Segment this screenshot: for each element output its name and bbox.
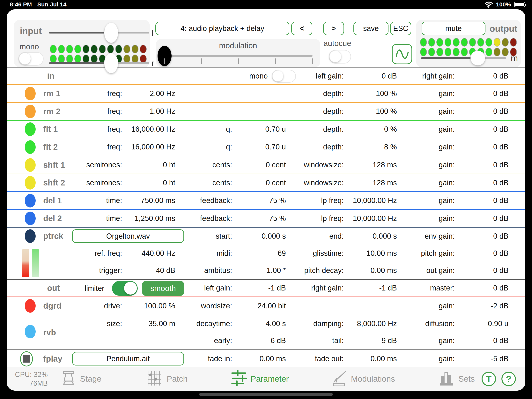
ptrck-param-value[interactable]: 0.00 ms: [344, 266, 397, 275]
ptrck-param-value[interactable]: 0 dB: [455, 266, 508, 275]
ptrck-file-button[interactable]: Orgelton.wav: [72, 229, 184, 243]
del1-param-value[interactable]: 750.00 ms: [122, 196, 175, 205]
rm1-enable-dot[interactable]: [25, 87, 36, 100]
del1-param-value[interactable]: 10,000.00 Hz: [344, 196, 397, 205]
in-param-value[interactable]: 0 dB: [344, 72, 397, 80]
tab-patch[interactable]: Patch: [147, 367, 188, 391]
ptrck-param-value[interactable]: 1.00 *: [232, 266, 286, 275]
in-param-value[interactable]: 0 dB: [455, 72, 508, 80]
ptrck-enable-dot[interactable]: [25, 229, 36, 243]
autocue-toggle[interactable]: [329, 50, 351, 64]
shft2-param-value[interactable]: 128 ms: [344, 179, 397, 187]
flt2-param-value[interactable]: 0.70 u: [232, 143, 286, 151]
limiter-toggle[interactable]: [112, 281, 138, 296]
in-mono-toggle[interactable]: [272, 70, 296, 83]
del1-param-value[interactable]: 0 dB: [455, 196, 508, 205]
flt1-param-value[interactable]: 16,000.00 Hz: [122, 125, 175, 134]
rvb-param-value[interactable]: 0.90 u: [455, 320, 508, 328]
fplay-param-value[interactable]: 0.00 ms: [344, 354, 397, 363]
esc-button[interactable]: ESC: [390, 22, 411, 35]
del1-param-value[interactable]: 75 %: [232, 196, 286, 205]
flt2-param-value[interactable]: 8 %: [344, 143, 397, 151]
del1-enable-dot[interactable]: [25, 194, 36, 207]
shft2-param-value[interactable]: 0 dB: [455, 179, 508, 187]
modulation-slider[interactable]: [165, 55, 313, 57]
flt1-enable-dot[interactable]: [25, 122, 36, 136]
rvb-param-value[interactable]: 8,000.00 Hz: [344, 320, 397, 328]
input-slider-l-knob[interactable]: [104, 23, 118, 43]
help-button[interactable]: ?: [501, 372, 516, 386]
out-param-value[interactable]: 0 dB: [455, 284, 508, 292]
tab-stage[interactable]: Stage: [61, 367, 101, 391]
flt1-param-value[interactable]: 0 %: [344, 125, 397, 134]
rvb-param-value[interactable]: 35.00 m: [122, 320, 175, 328]
input-slider-r[interactable]: [49, 62, 149, 64]
dgrd-param-value[interactable]: 100.00 %: [122, 302, 175, 310]
shft1-param-value[interactable]: 0 cent: [232, 161, 286, 169]
del2-param-value[interactable]: 1,250.00 ms: [122, 214, 175, 223]
rm1-param-value[interactable]: 2.00 Hz: [122, 90, 175, 98]
del2-enable-dot[interactable]: [25, 212, 36, 225]
dgrd-param-value[interactable]: -2 dB: [455, 302, 508, 310]
shft1-param-value[interactable]: 128 ms: [344, 161, 397, 169]
rm1-param-value[interactable]: 100 %: [344, 90, 397, 98]
flt1-param-value[interactable]: 0.70 u: [232, 125, 286, 134]
flt2-param-value[interactable]: 16,000.00 Hz: [122, 143, 175, 151]
flt2-enable-dot[interactable]: [25, 140, 36, 154]
flt2-param-value[interactable]: 0 dB: [455, 143, 508, 151]
rm2-param-value[interactable]: 100 %: [344, 107, 397, 116]
rm1-param-value[interactable]: 0 dB: [455, 90, 508, 98]
mono-toggle[interactable]: [18, 52, 44, 66]
dgrd-param-value[interactable]: 24.00 bit: [232, 302, 286, 310]
rvb-enable-dot[interactable]: [25, 325, 36, 338]
rm2-param-value[interactable]: 1.00 Hz: [122, 107, 175, 116]
tab-modulations[interactable]: Modulations: [331, 367, 395, 391]
cpu-status: CPU: 32% 76MB: [15, 370, 48, 388]
shft2-param-value[interactable]: 0 ht: [122, 179, 175, 187]
fplay-param-value[interactable]: 0.00 ms: [232, 354, 286, 363]
shft1-param-value[interactable]: 0 ht: [122, 161, 175, 169]
del2-param-value[interactable]: 10,000.00 Hz: [344, 214, 397, 223]
master-slider-knob[interactable]: [470, 51, 485, 65]
rvb-param-value[interactable]: 4.00 s: [232, 320, 286, 328]
lfo-waveform-button[interactable]: [392, 44, 412, 64]
shft2-param-value[interactable]: 0 cent: [232, 179, 286, 187]
mute-button[interactable]: mute: [422, 22, 485, 35]
rm2-param-value[interactable]: 0 dB: [455, 107, 508, 116]
tuner-button[interactable]: T: [481, 372, 496, 386]
next-preset-button[interactable]: >: [323, 22, 344, 35]
master-slider[interactable]: [421, 57, 506, 59]
ptrck-param-value[interactable]: 0 dB: [455, 249, 508, 257]
out-param-value[interactable]: -1 dB: [232, 284, 286, 292]
rvb-param-value[interactable]: -9 dB: [344, 336, 397, 345]
tab-sets[interactable]: Sets: [439, 367, 475, 391]
shft1-param-value[interactable]: 0 dB: [455, 161, 508, 169]
rvb-param-value[interactable]: -6 dB: [232, 336, 286, 345]
save-button[interactable]: save: [354, 22, 388, 35]
ptrck-param-value[interactable]: -40 dB: [122, 266, 175, 275]
shft2-enable-dot[interactable]: [25, 176, 36, 190]
del2-param-value[interactable]: 0 dB: [455, 214, 508, 223]
fplay-stop-button[interactable]: [20, 351, 33, 367]
shft1-enable-dot[interactable]: [25, 158, 36, 172]
ptrck-param-value[interactable]: 0 dB: [455, 232, 508, 240]
ptrck-param-value[interactable]: 0.000 s: [232, 232, 286, 240]
ptrck-param-value[interactable]: 69: [232, 249, 286, 257]
input-slider-l[interactable]: [49, 32, 149, 33]
del2-param-value[interactable]: 75 %: [232, 214, 286, 223]
fplay-file-button[interactable]: Pendulum.aif: [72, 352, 184, 366]
rm2-enable-dot[interactable]: [25, 105, 36, 118]
tab-parameter[interactable]: Parameter: [231, 367, 289, 391]
preset-selector[interactable]: 4: audio playback + delay: [155, 22, 289, 35]
home-indicator[interactable]: [199, 393, 333, 396]
ptrck-param-value[interactable]: 440.00 Hz: [122, 249, 175, 257]
dgrd-enable-dot[interactable]: [25, 299, 36, 313]
flt1-param-value[interactable]: 0 dB: [455, 125, 508, 134]
out-param-value[interactable]: -1 dB: [344, 284, 397, 292]
ptrck-param-value[interactable]: 0.000 s: [344, 232, 397, 240]
rvb-param-value[interactable]: 0 dB: [455, 336, 508, 345]
ptrck-param-value[interactable]: 10.00 ms: [344, 249, 397, 257]
fplay-param-value[interactable]: -5 dB: [455, 354, 508, 363]
prev-preset-button[interactable]: <: [291, 22, 312, 35]
smooth-button[interactable]: smooth: [142, 281, 184, 296]
